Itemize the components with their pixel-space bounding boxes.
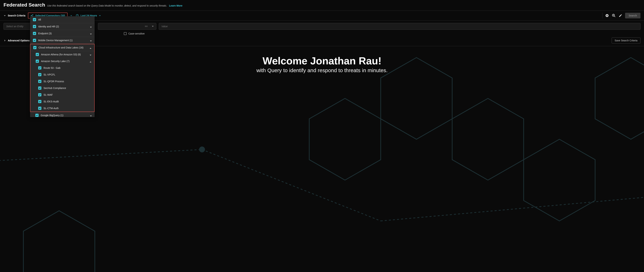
svg-marker-29 [90, 48, 92, 49]
svg-marker-18 [595, 58, 644, 139]
case-sensitive-checkbox[interactable] [124, 32, 126, 35]
caret-down-icon[interactable] [90, 32, 92, 34]
svg-line-10 [614, 16, 615, 17]
svg-line-22 [0, 150, 202, 165]
caret-up-icon[interactable] [90, 47, 92, 48]
dropdown-item-label: Cloud Infrastructure and Data Lakes (16) [38, 46, 88, 49]
svg-marker-15 [452, 98, 524, 180]
dropdown-item-label: Mobile Device Management (1) [38, 39, 88, 42]
dropdown-item[interactable]: Identity and HR (2) [30, 23, 94, 30]
time-chevron-icon [99, 14, 101, 17]
svg-marker-27 [90, 34, 92, 35]
checkbox-checked-icon[interactable] [38, 107, 42, 110]
svg-point-25 [200, 147, 204, 152]
dropdown-item-label: Google BigQuery (1) [41, 114, 88, 117]
checkbox-checked-icon[interactable] [38, 73, 42, 76]
dropdown-item-label: SL-QFDR Process [44, 80, 92, 83]
dropdown-item-label: Identity and HR (2) [38, 25, 88, 28]
pencil-icon [619, 14, 622, 17]
svg-line-23 [202, 150, 381, 221]
dropdown-item-label: All [38, 18, 92, 21]
dropdown-item[interactable]: All [30, 16, 94, 23]
svg-marker-14 [381, 58, 452, 139]
criteria-row: == [0, 20, 644, 32]
toolbar-right: Search [602, 13, 640, 18]
hex-background [0, 37, 644, 272]
zoom-in-button[interactable] [612, 14, 616, 18]
dropdown-item-label: SL-EKS-Audit [44, 100, 92, 103]
search-button[interactable]: Search [625, 13, 640, 18]
dropdown-item[interactable]: SL-WAF [30, 92, 94, 98]
svg-line-3 [32, 15, 32, 16]
dropdown-item[interactable]: Endpoint (3) [30, 30, 94, 37]
checkbox-checked-icon[interactable] [38, 80, 42, 83]
edit-button[interactable] [618, 14, 622, 18]
dropdown-item[interactable]: SL-VPCFL [30, 71, 94, 78]
checkbox-checked-icon[interactable] [36, 53, 39, 56]
checkbox-checked-icon[interactable] [35, 114, 38, 117]
checkbox-checked-icon[interactable] [38, 66, 42, 70]
dropdown-item[interactable]: SecHub Compliance [30, 85, 94, 92]
case-sensitive-label: Case-sensitive [128, 32, 145, 35]
dropdown-item-label: Amazon Athena (for Amazon S3) (6) [41, 53, 88, 56]
checkbox-checked-icon[interactable] [33, 18, 36, 21]
checkbox-checked-icon[interactable] [38, 100, 42, 103]
svg-marker-31 [90, 61, 92, 62]
caret-down-icon[interactable] [90, 26, 92, 28]
page-title: Federated Search [4, 2, 45, 8]
checkbox-checked-icon[interactable] [38, 86, 42, 90]
page-header: Federated Search Use this federated sear… [0, 0, 644, 10]
toolbar: Search Criteria Selected Connectors (33)… [0, 10, 644, 20]
dropdown-item[interactable]: Mobile Device Management (1) [30, 37, 94, 44]
dropdown-item-label: Endpoint (3) [38, 32, 88, 35]
connectors-dropdown[interactable]: AllIdentity and HR (2)Endpoint (3)Mobile… [30, 16, 94, 117]
svg-marker-26 [90, 27, 92, 28]
dropdown-item[interactable]: SL-QFDR Process [30, 78, 94, 85]
close-circle-icon [605, 14, 609, 17]
chevron-down-icon [4, 14, 6, 17]
dropdown-item[interactable]: Route 53 - Gab [30, 64, 94, 71]
checkbox-checked-icon[interactable] [33, 39, 36, 42]
dropdown-item[interactable]: SL-EKS-Audit [30, 98, 94, 105]
checkbox-checked-icon[interactable] [38, 93, 42, 96]
caret-up-icon[interactable] [90, 60, 92, 62]
dropdown-arrow-icon [152, 26, 154, 27]
svg-marker-13 [152, 26, 154, 27]
search-criteria-label: Search Criteria [8, 14, 26, 17]
page-subtitle: Use this federated search based on the Q… [47, 4, 167, 7]
search-criteria-toggle[interactable]: Search Criteria [4, 14, 26, 17]
checkbox-checked-icon[interactable] [36, 60, 39, 63]
svg-marker-28 [90, 40, 92, 42]
caret-down-icon[interactable] [90, 54, 92, 55]
svg-marker-16 [524, 139, 595, 221]
case-sensitive-row: Case-sensitive [0, 32, 644, 35]
dropdown-item-label: Amazon Security Lake (7) [41, 60, 88, 62]
svg-marker-32 [90, 116, 92, 116]
operator-value: == [145, 25, 148, 28]
dropdown-item-label: SecHub Compliance [44, 87, 92, 90]
value-input[interactable] [159, 23, 640, 30]
caret-down-icon[interactable] [90, 40, 92, 41]
dropdown-item[interactable]: Amazon Security Lake (7) [30, 58, 94, 64]
svg-marker-30 [90, 55, 92, 56]
checkbox-checked-icon[interactable] [33, 25, 36, 28]
dropdown-item[interactable]: SL-CTM-Auth [30, 105, 94, 112]
checkbox-checked-icon[interactable] [33, 32, 36, 35]
checkbox-checked-icon[interactable] [33, 46, 36, 49]
svg-marker-20 [23, 211, 95, 272]
svg-marker-17 [309, 98, 381, 180]
svg-line-24 [381, 190, 644, 221]
dropdown-item-label: Route 53 - Gab [44, 66, 92, 69]
caret-down-icon[interactable] [90, 114, 92, 116]
learn-more-link[interactable]: Learn More [169, 4, 182, 7]
zoom-in-icon [612, 14, 616, 18]
dropdown-item-label: SL-VPCFL [44, 73, 92, 76]
operator-select[interactable]: == [98, 23, 156, 30]
clear-button[interactable] [605, 14, 609, 18]
dropdown-item-label: SL-CTM-Auth [44, 107, 92, 110]
dropdown-item[interactable]: Google BigQuery (1) [30, 112, 94, 117]
dropdown-item[interactable]: Amazon Athena (for Amazon S3) (6) [30, 51, 94, 58]
dropdown-item[interactable]: Cloud Infrastructure and Data Lakes (16) [30, 44, 94, 51]
dropdown-item-label: SL-WAF [44, 94, 92, 96]
